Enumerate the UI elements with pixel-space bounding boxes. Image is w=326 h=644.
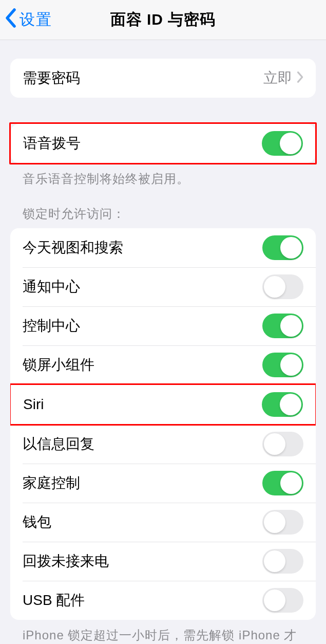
row-require-passcode[interactable]: 需要密码 立即 (10, 59, 316, 98)
nav-bar: 设置 面容 ID 与密码 (0, 0, 326, 40)
toggle-lock-item[interactable] (262, 588, 303, 613)
row-lock-item: 锁屏小组件 (10, 345, 316, 384)
back-label: 设置 (20, 9, 52, 30)
row-label: 通知中心 (23, 277, 80, 297)
voice-dial-footer: 音乐语音控制将始终被启用。 (10, 163, 316, 187)
group-require-passcode: 需要密码 立即 (10, 59, 316, 98)
lock-access-footer: iPhone 锁定超过一小时后，需先解锁 iPhone 才能允许 USB 配件连… (10, 620, 316, 644)
highlight-siri: Siri (10, 383, 316, 426)
back-button[interactable]: 设置 (4, 0, 52, 40)
group-lock-access: 今天视图和搜索通知中心控制中心锁屏小组件Siri以信息回复家庭控制钱包回拨未接来… (10, 228, 316, 620)
row-label: USB 配件 (23, 591, 85, 610)
chevron-right-icon (296, 71, 303, 85)
row-voice-dial: 语音拨号 (11, 124, 315, 163)
row-lock-item: 今天视图和搜索 (10, 228, 316, 267)
page-title: 面容 ID 与密码 (110, 9, 216, 30)
row-lock-item: 回拨未接来电 (10, 542, 316, 581)
toggle-lock-item[interactable] (262, 510, 303, 535)
row-lock-item: 通知中心 (10, 267, 316, 306)
row-lock-item: 控制中心 (10, 306, 316, 345)
row-label: Siri (23, 396, 44, 413)
row-lock-item: 家庭控制 (10, 464, 316, 503)
row-value: 立即 (263, 68, 292, 88)
row-label: 控制中心 (23, 316, 80, 336)
toggle-lock-item[interactable] (262, 432, 303, 456)
row-label: 家庭控制 (23, 473, 80, 493)
toggle-voice-dial[interactable] (262, 131, 303, 156)
toggle-lock-item[interactable] (262, 235, 303, 260)
row-label: 回拨未接来电 (23, 551, 109, 571)
row-label: 需要密码 (23, 68, 80, 88)
toggle-lock-item[interactable] (262, 549, 303, 574)
row-lock-item: Siri (11, 385, 315, 424)
toggle-lock-item[interactable] (262, 274, 303, 299)
row-lock-item: 钱包 (10, 503, 316, 542)
row-lock-item: USB 配件 (10, 581, 316, 620)
row-label: 锁屏小组件 (23, 355, 94, 375)
row-lock-item: 以信息回复 (10, 425, 316, 464)
toggle-lock-item[interactable] (262, 471, 303, 495)
row-label: 今天视图和搜索 (23, 238, 123, 257)
toggle-lock-item[interactable] (262, 314, 303, 338)
group-voice-dial: 语音拨号 (11, 124, 315, 163)
toggle-lock-item[interactable] (262, 392, 303, 417)
row-label: 钱包 (23, 512, 51, 532)
highlight-voice-dial: 语音拨号 (9, 122, 317, 164)
lock-access-header: 锁定时允许访问： (10, 187, 316, 228)
row-label: 以信息回复 (23, 434, 94, 454)
chevron-left-icon (4, 8, 18, 32)
toggle-lock-item[interactable] (262, 353, 303, 377)
row-label: 语音拨号 (23, 134, 81, 153)
